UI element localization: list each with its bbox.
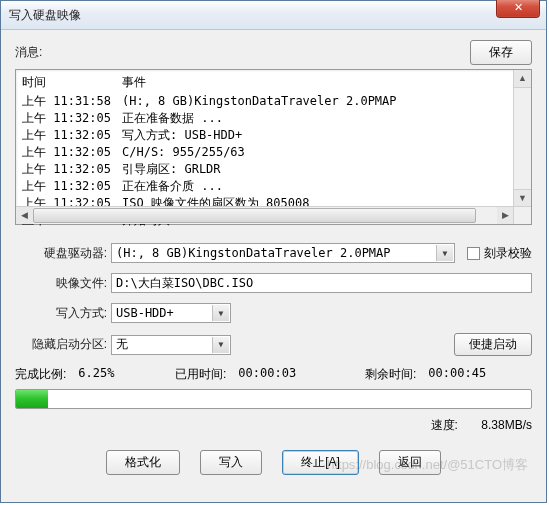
scroll-left-icon[interactable]: ◀ xyxy=(16,207,33,224)
close-button[interactable]: ✕ xyxy=(496,0,540,18)
percent-value: 6.25% xyxy=(78,366,114,383)
log-row[interactable]: 上午 11:32:05正在准备数据 ... xyxy=(22,110,525,127)
title-bar[interactable]: 写入硬盘映像 ✕ xyxy=(1,1,546,30)
remaining-label: 剩余时间: xyxy=(365,366,416,383)
image-path-input[interactable]: D:\大白菜ISO\DBC.ISO xyxy=(111,273,532,293)
write-button[interactable]: 写入 xyxy=(200,450,262,475)
col-header-event[interactable]: 事件 xyxy=(122,74,525,91)
col-header-time[interactable]: 时间 xyxy=(22,74,122,91)
scroll-right-icon[interactable]: ▶ xyxy=(497,207,514,224)
hidden-partition-label: 隐藏启动分区: xyxy=(15,336,111,353)
log-event: 写入方式: USB-HDD+ xyxy=(122,127,525,144)
chevron-down-icon[interactable]: ▼ xyxy=(212,337,229,353)
speed-value: 8.38MB/s xyxy=(481,418,532,432)
drive-combo[interactable]: (H:, 8 GB)KingstonDataTraveler 2.0PMAP ▼ xyxy=(111,243,455,263)
log-list: 时间 事件 上午 11:31:58(H:, 8 GB)KingstonDataT… xyxy=(15,69,532,225)
percent-label: 完成比例: xyxy=(15,366,66,383)
log-event: 正在准备介质 ... xyxy=(122,178,525,195)
scroll-up-icon[interactable]: ▲ xyxy=(514,70,531,88)
messages-label: 消息: xyxy=(15,44,470,61)
save-button[interactable]: 保存 xyxy=(470,40,532,65)
remaining-value: 00:00:45 xyxy=(428,366,486,383)
log-row[interactable]: 上午 11:32:05C/H/S: 955/255/63 xyxy=(22,144,525,161)
chevron-down-icon[interactable]: ▼ xyxy=(436,245,453,261)
chevron-down-icon[interactable]: ▼ xyxy=(212,305,229,321)
scroll-track[interactable] xyxy=(33,207,497,224)
progress-fill xyxy=(16,390,48,408)
hidden-partition-combo[interactable]: 无 ▼ xyxy=(111,335,231,355)
log-time: 上午 11:32:05 xyxy=(22,144,122,161)
log-event: (H:, 8 GB)KingstonDataTraveler 2.0PMAP xyxy=(122,93,525,110)
drive-label: 硬盘驱动器: xyxy=(15,245,111,262)
log-row[interactable]: 上午 11:32:05引导扇区: GRLDR xyxy=(22,161,525,178)
progress-bar xyxy=(15,389,532,409)
speed-label: 速度: xyxy=(431,418,458,432)
write-method-value: USB-HDD+ xyxy=(116,306,174,320)
format-button[interactable]: 格式化 xyxy=(106,450,180,475)
image-path-value: D:\大白菜ISO\DBC.ISO xyxy=(116,275,253,292)
portable-boot-button[interactable]: 便捷启动 xyxy=(454,333,532,356)
method-label: 写入方式: xyxy=(15,305,111,322)
elapsed-label: 已用时间: xyxy=(175,366,226,383)
scroll-thumb[interactable] xyxy=(33,208,476,223)
back-button[interactable]: 返回 xyxy=(379,450,441,475)
elapsed-value: 00:00:03 xyxy=(238,366,296,383)
log-event: 引导扇区: GRLDR xyxy=(122,161,525,178)
log-event: 正在准备数据 ... xyxy=(122,110,525,127)
abort-button[interactable]: 终止[A] xyxy=(282,450,359,475)
log-event: C/H/S: 955/255/63 xyxy=(122,144,525,161)
log-time: 上午 11:32:05 xyxy=(22,110,122,127)
log-time: 上午 11:32:05 xyxy=(22,161,122,178)
checkbox-box xyxy=(467,247,480,260)
log-time: 上午 11:31:58 xyxy=(22,93,122,110)
log-row[interactable]: 上午 11:31:58(H:, 8 GB)KingstonDataTravele… xyxy=(22,93,525,110)
window-title: 写入硬盘映像 xyxy=(9,7,81,24)
dialog-window: 写入硬盘映像 ✕ 消息: 保存 时间 事件 上午 11:31:58(H:, 8 … xyxy=(0,0,547,503)
scroll-down-icon[interactable]: ▼ xyxy=(514,189,531,207)
verify-label: 刻录校验 xyxy=(484,245,532,262)
log-row[interactable]: 上午 11:32:05正在准备介质 ... xyxy=(22,178,525,195)
verify-checkbox[interactable]: 刻录校验 xyxy=(467,245,532,262)
hidden-partition-value: 无 xyxy=(116,336,128,353)
drive-value: (H:, 8 GB)KingstonDataTraveler 2.0PMAP xyxy=(116,246,391,260)
log-time: 上午 11:32:05 xyxy=(22,178,122,195)
vertical-scrollbar[interactable]: ▲ ▼ xyxy=(513,70,531,207)
write-method-combo[interactable]: USB-HDD+ ▼ xyxy=(111,303,231,323)
horizontal-scrollbar[interactable]: ◀ ▶ xyxy=(16,206,514,224)
image-label: 映像文件: xyxy=(15,275,111,292)
close-icon: ✕ xyxy=(514,1,523,13)
scroll-corner xyxy=(513,206,531,224)
log-row[interactable]: 上午 11:32:05写入方式: USB-HDD+ xyxy=(22,127,525,144)
log-time: 上午 11:32:05 xyxy=(22,127,122,144)
